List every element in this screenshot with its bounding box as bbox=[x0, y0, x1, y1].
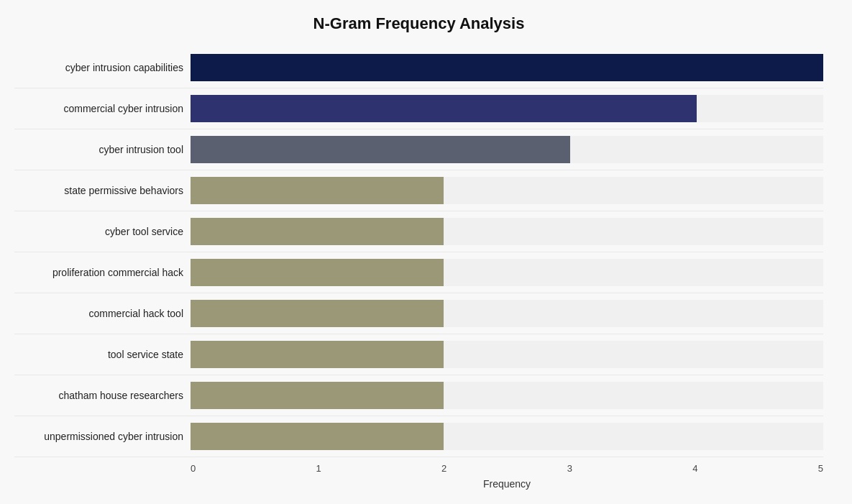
bar-row: state permissive behaviors bbox=[14, 170, 823, 211]
bar-fill bbox=[191, 177, 444, 204]
bar-fill bbox=[191, 136, 570, 163]
bar-label: state permissive behaviors bbox=[14, 185, 191, 196]
bar-track bbox=[191, 136, 823, 163]
bar-label: chatham house researchers bbox=[14, 390, 191, 401]
bar-fill bbox=[191, 259, 444, 286]
bar-fill bbox=[191, 341, 444, 368]
bar-fill bbox=[191, 423, 444, 450]
bar-label: cyber intrusion capabilities bbox=[14, 62, 191, 73]
chart-area: cyber intrusion capabilitiescommercial c… bbox=[14, 47, 823, 457]
x-tick: 1 bbox=[316, 463, 321, 474]
bar-track bbox=[191, 423, 823, 450]
bar-track bbox=[191, 54, 823, 81]
bar-row: cyber intrusion capabilities bbox=[14, 47, 823, 88]
bar-label: proliferation commercial hack bbox=[14, 267, 191, 278]
bar-track bbox=[191, 259, 823, 286]
x-tick: 4 bbox=[692, 463, 697, 474]
chart-title: N-Gram Frequency Analysis bbox=[14, 14, 823, 33]
bar-label: unpermissioned cyber intrusion bbox=[14, 431, 191, 442]
bar-track bbox=[191, 382, 823, 409]
bar-label: tool service state bbox=[14, 349, 191, 360]
x-axis-label: Frequency bbox=[191, 478, 823, 490]
bar-label: cyber tool service bbox=[14, 226, 191, 237]
bar-fill bbox=[191, 95, 697, 122]
bar-row: tool service state bbox=[14, 334, 823, 375]
bar-label: cyber intrusion tool bbox=[14, 144, 191, 155]
bar-row: commercial hack tool bbox=[14, 293, 823, 334]
bar-label: commercial hack tool bbox=[14, 308, 191, 319]
bar-row: cyber intrusion tool bbox=[14, 129, 823, 170]
x-axis: 012345 bbox=[191, 463, 823, 474]
x-tick: 3 bbox=[567, 463, 572, 474]
bar-fill bbox=[191, 54, 823, 81]
bar-track bbox=[191, 95, 823, 122]
bar-track bbox=[191, 218, 823, 245]
x-tick: 0 bbox=[191, 463, 196, 474]
bar-row: cyber tool service bbox=[14, 211, 823, 252]
bar-row: proliferation commercial hack bbox=[14, 252, 823, 293]
bar-fill bbox=[191, 300, 444, 327]
bar-fill bbox=[191, 218, 444, 245]
x-tick: 5 bbox=[818, 463, 823, 474]
bar-label: commercial cyber intrusion bbox=[14, 103, 191, 114]
bar-row: commercial cyber intrusion bbox=[14, 88, 823, 129]
bar-row: unpermissioned cyber intrusion bbox=[14, 416, 823, 457]
bar-fill bbox=[191, 382, 444, 409]
bar-row: chatham house researchers bbox=[14, 375, 823, 416]
bar-track bbox=[191, 341, 823, 368]
chart-container: N-Gram Frequency Analysis cyber intrusio… bbox=[0, 0, 852, 504]
bar-track bbox=[191, 177, 823, 204]
bar-track bbox=[191, 300, 823, 327]
x-tick: 2 bbox=[441, 463, 446, 474]
x-axis-ticks: 012345 bbox=[191, 463, 823, 474]
